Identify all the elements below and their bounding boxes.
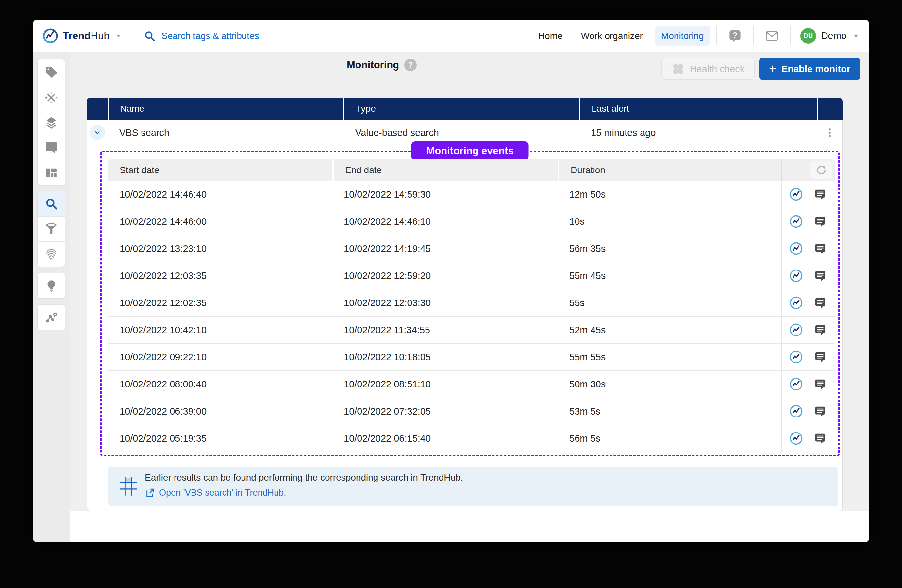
- enable-monitor-button[interactable]: + Enable monitor: [759, 58, 860, 80]
- event-end-date: 10/02/2022 08:51:10: [332, 379, 558, 390]
- view-trend-button[interactable]: [789, 296, 803, 310]
- trend-circle-icon: [789, 432, 803, 445]
- view-trend-button[interactable]: [789, 377, 803, 391]
- event-start-date: 10/02/2022 12:02:35: [108, 297, 332, 308]
- comment-button[interactable]: [813, 241, 827, 256]
- screenshot-frame: TrendHub Search tags & attributes Home W…: [0, 0, 902, 588]
- brand-name: TrendHub: [63, 30, 110, 42]
- comment-icon: [814, 188, 827, 200]
- events-table-header: Start date End date Duration: [108, 160, 835, 181]
- view-trend-button[interactable]: [789, 431, 803, 446]
- event-start-date: 10/02/2022 13:23:10: [108, 243, 332, 254]
- event-row: 10/02/2022 10:42:10 10/02/2022 11:34:55 …: [108, 316, 835, 344]
- search-placeholder: Search tags & attributes: [161, 31, 259, 41]
- comment-button[interactable]: [813, 431, 827, 446]
- row-menu-button[interactable]: [817, 120, 842, 146]
- event-end-date: 10/02/2022 06:15:40: [332, 433, 558, 444]
- comment-button[interactable]: [813, 350, 827, 364]
- sidebar-item-tag[interactable]: [38, 59, 65, 84]
- event-duration: 55m 45s: [558, 271, 781, 281]
- view-trend-button[interactable]: [789, 241, 803, 256]
- sidebar-item-lightbulb[interactable]: [38, 273, 65, 298]
- divider: [790, 27, 791, 45]
- comment-icon: [45, 141, 58, 154]
- global-search[interactable]: Search tags & attributes: [144, 30, 259, 42]
- sidebar-item-comment[interactable]: [38, 135, 65, 160]
- user-name: Demo: [821, 30, 846, 41]
- user-menu[interactable]: DU Demo: [800, 28, 860, 44]
- event-row: 10/02/2022 13:23:10 10/02/2022 14:19:45 …: [108, 235, 835, 262]
- comment-icon: [814, 269, 827, 282]
- chevron-down-icon: [94, 129, 101, 136]
- top-bar: TrendHub Search tags & attributes Home W…: [33, 20, 869, 52]
- open-vbs-search-link[interactable]: Open 'VBS search' in TrendHub.: [145, 487, 286, 498]
- sidebar-item-search[interactable]: [38, 191, 65, 216]
- comment-button[interactable]: [813, 323, 827, 337]
- event-row: 10/02/2022 12:02:35 10/02/2022 12:03:30 …: [108, 289, 835, 316]
- event-end-date: 10/02/2022 14:19:45: [332, 243, 558, 254]
- sidebar-item-dashboard[interactable]: [38, 160, 65, 185]
- event-duration: 53m 5s: [558, 406, 781, 417]
- lightbulb-icon: [45, 279, 58, 292]
- comment-icon: [814, 242, 827, 255]
- sidebar-item-ml-nodes[interactable]: [38, 305, 65, 330]
- note-text: Earlier results can be found performing …: [145, 472, 463, 483]
- chevron-down-icon[interactable]: [114, 32, 122, 40]
- svg-text:×: ×: [55, 95, 58, 100]
- health-check-button[interactable]: Health check: [661, 58, 755, 80]
- avatar: DU: [800, 28, 816, 44]
- view-trend-button[interactable]: [789, 214, 803, 229]
- event-row: 10/02/2022 09:22:10 10/02/2022 10:18:05 …: [108, 344, 835, 371]
- event-duration: 50m 30s: [558, 379, 781, 390]
- help-bubble-icon: ?: [728, 29, 742, 43]
- nav-monitoring[interactable]: Monitoring: [655, 26, 710, 46]
- sidebar-item-layers[interactable]: [38, 110, 65, 135]
- kebab-menu-icon: [824, 127, 835, 138]
- dashboard-icon: [45, 166, 58, 179]
- trend-circle-icon: [789, 404, 803, 418]
- view-trend-button[interactable]: [789, 269, 803, 283]
- comment-button[interactable]: [813, 404, 827, 419]
- event-row: 10/02/2022 05:19:35 10/02/2022 06:15:40 …: [108, 425, 835, 452]
- comment-button[interactable]: [813, 187, 827, 202]
- event-duration: 52m 45s: [558, 325, 781, 336]
- event-start-date: 10/02/2022 06:39:00: [108, 406, 332, 417]
- event-row: 10/02/2022 06:39:00 10/02/2022 07:32:05 …: [108, 398, 835, 425]
- help-button[interactable]: ?: [723, 26, 747, 46]
- comment-icon: [814, 432, 827, 444]
- comment-button[interactable]: [813, 214, 827, 229]
- event-start-date: 10/02/2022 08:00:40: [108, 379, 332, 390]
- comment-button[interactable]: [813, 296, 827, 310]
- nav-home[interactable]: Home: [532, 26, 568, 46]
- event-duration: 55s: [558, 297, 781, 308]
- event-end-date: 10/02/2022 11:34:55: [332, 325, 558, 336]
- view-trend-button[interactable]: [789, 187, 803, 202]
- sidebar-item-formula[interactable]: +−÷×: [38, 84, 65, 110]
- trend-circle-icon: [789, 377, 803, 391]
- messages-button[interactable]: [760, 26, 784, 46]
- comment-icon: [814, 297, 827, 309]
- page-help-icon[interactable]: ?: [404, 59, 417, 71]
- refresh-icon: [816, 165, 827, 176]
- nav-work-organizer[interactable]: Work organizer: [575, 26, 649, 46]
- event-row: 10/02/2022 14:46:00 10/02/2022 14:46:10 …: [108, 208, 835, 235]
- trend-circle-icon: [789, 242, 803, 255]
- tag-icon: [45, 66, 58, 79]
- sidebar-item-fingerprint[interactable]: [38, 241, 65, 267]
- trendhub-logo-icon: [42, 28, 58, 44]
- sidebar-item-filter[interactable]: [38, 216, 65, 241]
- view-trend-button[interactable]: [789, 404, 803, 419]
- comment-button[interactable]: [813, 377, 827, 391]
- earlier-results-note: Earlier results can be found performing …: [108, 467, 838, 506]
- refresh-button[interactable]: [811, 161, 832, 179]
- svg-text:+: +: [50, 91, 52, 95]
- collapse-row-button[interactable]: [90, 125, 105, 140]
- svg-text:?: ?: [732, 31, 737, 39]
- event-end-date: 10/02/2022 14:46:10: [332, 216, 558, 227]
- header-refresh-column: [781, 160, 835, 181]
- brand[interactable]: TrendHub: [42, 28, 122, 44]
- view-trend-button[interactable]: [789, 323, 803, 337]
- sidebar-group: +−÷×: [37, 59, 65, 186]
- comment-button[interactable]: [813, 269, 827, 283]
- view-trend-button[interactable]: [789, 350, 803, 364]
